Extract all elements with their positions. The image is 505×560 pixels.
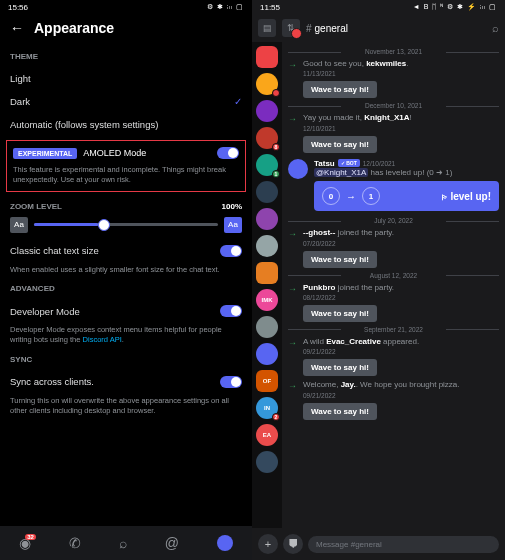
server-icon[interactable]: 8 xyxy=(256,127,278,149)
status-icons-right: ◄ B ᛖ ᴺ ⚙ ✱ ⚡ ᵢₗₗ ▢ xyxy=(413,3,497,11)
bot-avatar[interactable] xyxy=(288,159,308,179)
date-divider: September 21, 2022 xyxy=(288,326,499,333)
status-icons: ⚙ ✱ ᵢₗₗ ▢ xyxy=(207,3,244,11)
channel-name[interactable]: #general xyxy=(306,23,486,34)
chat-area: November 13, 2021 → Good to see you, kek… xyxy=(282,42,505,528)
status-bar-right: 11:55 ◄ B ᛖ ᴺ ⚙ ✱ ⚡ ᵢₗₗ ▢ xyxy=(252,0,505,14)
server-list: 81IMKOFIN2EA xyxy=(252,42,282,528)
join-message: → Welcome, Jay.. We hope you brought piz… xyxy=(288,380,499,419)
arrow-icon: → xyxy=(288,114,297,152)
server-icon[interactable] xyxy=(256,235,278,257)
server-icon[interactable]: IN2 xyxy=(256,397,278,419)
sync-toggle[interactable] xyxy=(220,376,242,388)
server-icon[interactable] xyxy=(256,316,278,338)
server-icon[interactable] xyxy=(256,451,278,473)
profile-avatar[interactable] xyxy=(217,535,233,551)
server-icon[interactable] xyxy=(256,343,278,365)
search-icon[interactable]: ⌕ xyxy=(119,535,127,551)
zoom-large-icon[interactable]: Aa xyxy=(224,217,242,233)
section-theme: THEME xyxy=(10,52,242,61)
server-icon[interactable] xyxy=(256,262,278,284)
date-divider: July 20, 2022 xyxy=(288,217,499,224)
status-time: 15:56 xyxy=(8,3,28,12)
date-divider: December 10, 2021 xyxy=(288,102,499,109)
developer-mode-row[interactable]: Developer Mode xyxy=(10,299,242,323)
sync-desc: Turning this on will overwrite the above… xyxy=(10,396,242,416)
wave-button[interactable]: Wave to say hi! xyxy=(303,136,377,153)
check-icon: ✓ xyxy=(234,96,242,107)
date-divider: November 13, 2021 xyxy=(288,48,499,55)
theme-auto[interactable]: Automatic (follows system settings) xyxy=(10,113,242,136)
wave-button[interactable]: Wave to say hi! xyxy=(303,305,377,322)
classic-chat-row[interactable]: Classic chat text size xyxy=(10,239,242,263)
messages-icon[interactable]: ▤ xyxy=(258,19,276,37)
date-divider: August 12, 2022 xyxy=(288,272,499,279)
level-up-card: 0 → 1 🏳 level up! xyxy=(314,181,499,211)
server-icon[interactable] xyxy=(256,181,278,203)
server-icon[interactable]: EA xyxy=(256,424,278,446)
join-message: → Yay you made it, Knight_X1A! 12/10/202… xyxy=(288,113,499,152)
zoom-value: 100% xyxy=(222,202,242,211)
experimental-desc: This feature is experimental and incompl… xyxy=(13,165,239,185)
search-icon[interactable]: ⌕ xyxy=(492,22,499,34)
message-input[interactable]: Message #general xyxy=(308,536,499,553)
developer-desc: Developer Mode exposes context menu item… xyxy=(10,325,242,345)
classic-toggle[interactable] xyxy=(220,245,242,257)
status-time-right: 11:55 xyxy=(260,3,280,12)
discord-api-link[interactable]: Discord API xyxy=(83,335,122,344)
section-sync: SYNC xyxy=(10,355,242,364)
compose-bar: + ⛊ Message #general xyxy=(252,528,505,560)
mention[interactable]: @Knight_X1A xyxy=(314,168,368,177)
section-zoom: ZOOM LEVEL xyxy=(10,202,62,211)
zoom-slider[interactable] xyxy=(34,223,218,226)
amoled-label: AMOLED Mode xyxy=(83,148,146,158)
wave-button[interactable]: Wave to say hi! xyxy=(303,251,377,268)
arrow-icon: → xyxy=(288,284,297,322)
wave-button[interactable]: Wave to say hi! xyxy=(303,359,377,376)
join-message: → Good to see you, kekwmiles. 11/13/2021… xyxy=(288,59,499,98)
server-icon[interactable] xyxy=(256,100,278,122)
experimental-badge: EXPERIMENTAL xyxy=(13,148,77,159)
mentions-icon[interactable]: @ xyxy=(165,535,179,551)
arrow-icon: → xyxy=(288,381,297,419)
developer-toggle[interactable] xyxy=(220,305,242,317)
bot-tag: ✓ BOT xyxy=(338,159,360,167)
amoled-toggle[interactable] xyxy=(217,147,239,159)
server-icon[interactable] xyxy=(256,73,278,95)
header: ← Appearance xyxy=(0,14,252,42)
friends-icon[interactable]: ✆ xyxy=(69,535,81,551)
zoom-slider-row: Aa Aa xyxy=(10,217,242,233)
join-message: → A wild Evac_Creative appeared. 09/21/2… xyxy=(288,337,499,376)
sort-icon[interactable]: ⇅ xyxy=(282,19,300,37)
wave-button[interactable]: Wave to say hi! xyxy=(303,403,377,420)
theme-dark[interactable]: Dark✓ xyxy=(10,90,242,113)
arrow-icon: → xyxy=(346,191,356,202)
server-icon[interactable]: IMK xyxy=(256,289,278,311)
discord-icon[interactable]: ◉32 xyxy=(19,535,31,551)
hash-icon: # xyxy=(306,23,312,34)
bot-message: Tatsu✓ BOT12/10/2021 @Knight_X1A has lev… xyxy=(288,159,499,211)
page-title: Appearance xyxy=(34,20,114,36)
arrow-icon: → xyxy=(288,229,297,267)
experimental-box: EXPERIMENTAL AMOLED Mode This feature is… xyxy=(6,140,246,192)
wave-button[interactable]: Wave to say hi! xyxy=(303,81,377,98)
channel-header: ▤ ⇅ #general ⌕ xyxy=(252,14,505,42)
join-message: → --ghost-- joined the party. 07/20/2022… xyxy=(288,228,499,267)
arrow-icon: → xyxy=(288,60,297,98)
server-icon[interactable]: 1 xyxy=(256,154,278,176)
back-icon[interactable]: ← xyxy=(10,20,24,36)
gift-icon[interactable]: ⛊ xyxy=(283,534,303,554)
server-icon[interactable] xyxy=(256,208,278,230)
theme-light[interactable]: Light xyxy=(10,67,242,90)
classic-desc: When enabled uses a slightly smaller fon… xyxy=(10,265,242,275)
sync-row[interactable]: Sync across clients. xyxy=(10,370,242,394)
status-bar: 15:56 ⚙ ✱ ᵢₗₗ ▢ xyxy=(0,0,252,14)
bottom-nav: ◉32 ✆ ⌕ @ xyxy=(0,525,252,560)
section-advanced: ADVANCED xyxy=(10,284,242,293)
join-message: → Punkbro joined the party. 08/12/2022 W… xyxy=(288,283,499,322)
arrow-icon: → xyxy=(288,338,297,376)
add-button[interactable]: + xyxy=(258,534,278,554)
server-icon[interactable] xyxy=(256,46,278,68)
server-icon[interactable]: OF xyxy=(256,370,278,392)
zoom-small-icon[interactable]: Aa xyxy=(10,217,28,233)
